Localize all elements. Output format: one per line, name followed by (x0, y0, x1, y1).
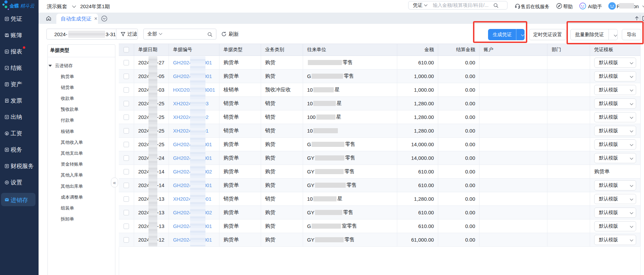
svg-text:精斗云: 精斗云 (20, 3, 35, 9)
svg-text:金蝶: 金蝶 (9, 3, 19, 9)
